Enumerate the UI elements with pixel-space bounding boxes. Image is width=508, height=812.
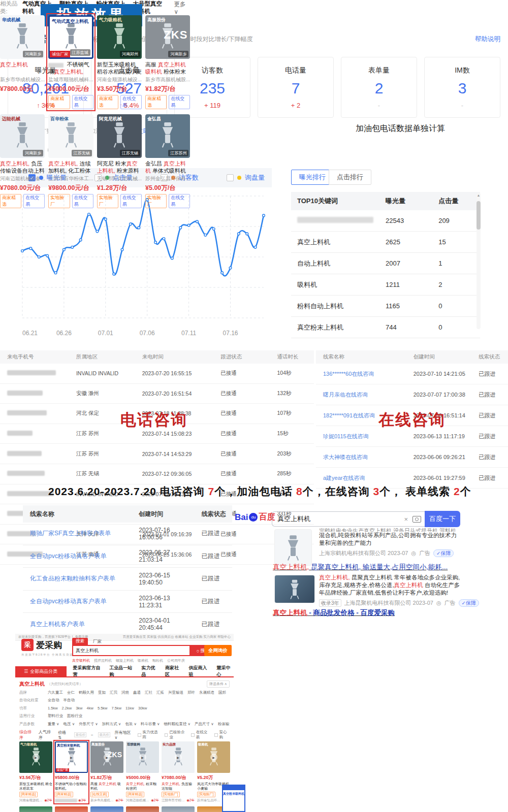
acg-nav-item[interactable]: 爱采购官方自营 bbox=[73, 665, 103, 678]
acg-filter-value[interactable]: 产品尺寸 ∨ bbox=[195, 722, 214, 727]
acg-checkbox[interactable] bbox=[165, 733, 168, 737]
acg-product-card[interactable]: 实力品牌▶¥7080.00/台真空上料机, 负压输送智能系统 无尘环保加料设备[… bbox=[162, 741, 195, 803]
lead-name-link[interactable]: 曙月亲临在线咨询 bbox=[316, 391, 406, 399]
camera-icon[interactable] bbox=[412, 516, 421, 523]
acg-filter-value[interactable]: 鑫通 bbox=[133, 690, 141, 695]
acg-filter-value[interactable]: 面粉行业 bbox=[67, 713, 82, 719]
result2-title-link[interactable]: 真空上料机, 昆聚真空上料机, 输送量大,占用空间小,能耗... bbox=[273, 563, 460, 572]
acg-filter-value[interactable]: 包装 ∨ bbox=[125, 722, 137, 727]
lead-name-link[interactable]: a建year在线咨询 bbox=[316, 474, 406, 482]
acg-hotword[interactable]: 公司周年庆 bbox=[167, 658, 185, 663]
acg-filter-value[interactable]: 粉体输送能力 ∨ bbox=[218, 722, 230, 727]
result2-thumbnail[interactable] bbox=[274, 575, 315, 603]
baidu-search-button[interactable]: 百度一下 bbox=[425, 511, 460, 527]
acg-checkbox[interactable] bbox=[191, 733, 195, 737]
acg-search-input[interactable]: 真空上料机 bbox=[72, 645, 190, 656]
acg-price-min-input[interactable]: 最低价 bbox=[74, 732, 86, 737]
acg-filter-value[interactable]: 3kw bbox=[76, 706, 82, 710]
baidu-product-card[interactable]: 气力吸粮机河南郑州新型玉米吸粮机 稻谷水稻高粱小麦装...河南金顺源机械设...… bbox=[97, 15, 142, 109]
acg-filter-value[interactable]: 亚如 bbox=[98, 690, 106, 695]
baidu-product-card[interactable]: 高服股份ZKS河南新乡高服 真空上料机 吸料机 粉体粉末封...新乡市高服机械股… bbox=[145, 15, 190, 109]
acg-nav-item[interactable]: 慧采中心 bbox=[217, 665, 234, 678]
acg-price-max-input[interactable]: 最高价 bbox=[98, 732, 110, 737]
acg-filter-value[interactable]: 物料颗粒直径 ∨ bbox=[164, 722, 190, 727]
acg-filter-value[interactable]: 料斗容量 ∨ bbox=[141, 722, 160, 727]
acg-nav-item[interactable]: 实力优品 bbox=[142, 665, 159, 678]
acg-tab-search[interactable]: 搜索 bbox=[72, 638, 88, 645]
acg-filter-value[interactable]: 重量 ∨ bbox=[48, 722, 59, 727]
play-icon[interactable]: ▶ bbox=[175, 754, 182, 761]
acg-hotword[interactable]: 搅拌混料机 bbox=[94, 658, 112, 663]
acg-region-select[interactable]: 所有地区 ∨ bbox=[115, 730, 133, 740]
help-link[interactable]: 帮助说明 bbox=[475, 35, 500, 44]
acg-quote-button[interactable]: 全网询价 bbox=[204, 645, 232, 656]
more-link[interactable]: 更多 ∨ bbox=[174, 1, 187, 15]
acg-hotword[interactable]: 螺旋上料机 bbox=[116, 658, 134, 663]
acg-filter-value[interactable]: 润慈 bbox=[121, 690, 129, 695]
play-icon[interactable]: ▶ bbox=[104, 754, 111, 761]
acg-filter-chip[interactable]: 筛选条件 ∧ bbox=[207, 680, 230, 688]
acg-filter-value[interactable]: 30kw bbox=[138, 706, 147, 710]
play-icon[interactable]: ▶ bbox=[33, 754, 40, 761]
acg-filter-value[interactable]: 六久重工 bbox=[48, 690, 63, 695]
play-icon[interactable]: ▶ bbox=[210, 754, 217, 761]
acg-filter-value[interactable]: 永晟精造 bbox=[199, 690, 214, 695]
baidu-product-card[interactable]: 金弘昌江苏苏州金弘昌 真空上料机 单体式吸料机 颗...苏州金弘昌环保科...¥… bbox=[145, 114, 190, 208]
acg-filter-value[interactable]: 全仁 bbox=[67, 690, 75, 695]
lead-name-link[interactable]: 求大神喽在线咨询 bbox=[316, 453, 406, 461]
acg-hotword[interactable]: 真空吸料机 bbox=[72, 658, 90, 663]
lead-form-link[interactable]: 全自动pvc粉移动真客户表单 bbox=[23, 597, 132, 606]
acg-filter-value[interactable]: 2.2kw bbox=[62, 706, 72, 710]
lead-form-link[interactable]: 全自动pvc粉移动真客户表单 bbox=[23, 552, 132, 561]
acg-sort-item[interactable]: 综合排序 bbox=[19, 729, 34, 740]
lead-form-link[interactable]: 化工食品粉末颗粒抽料客户表单 bbox=[23, 574, 132, 583]
acg-filter-value[interactable]: 4kw bbox=[87, 706, 93, 710]
scrollbar[interactable]: ▲ bbox=[477, 193, 481, 329]
baidu-search-input[interactable]: 真空上料机 × bbox=[272, 511, 425, 527]
baidu-product-card[interactable]: 百华粉体江苏无锡真空上料机, 连续加料机, 化工粉体输...江阴市百华粉体工..… bbox=[48, 114, 93, 208]
acg-filter-value[interactable]: 外形尺寸 ∨ bbox=[79, 722, 98, 727]
acg-product-card[interactable]: 真空粉末吸料机诚信厂家▶¥5800.00/台不锈钢气动小型颗粒吸料机,真空上料机… bbox=[55, 741, 88, 803]
acg-all-categories[interactable]: ☰ 全部商品分类 bbox=[15, 666, 67, 676]
acg-filter-value[interactable]: 鹤毅久用 bbox=[79, 690, 94, 695]
play-icon[interactable]: ▶ bbox=[68, 754, 75, 761]
scrollbar-thumb[interactable] bbox=[477, 201, 481, 230]
acg-product-card[interactable]: 高服股份ZKS▶¥1.82万/台高服 真空上料机 吸料机粉体粉末封闭式输送设备[… bbox=[90, 741, 123, 803]
acg-filter-value[interactable]: 塑料行业 bbox=[48, 713, 63, 719]
acg-nav-item[interactable]: 商家社区 bbox=[165, 665, 182, 678]
acg-filter-value[interactable]: 汇社 bbox=[145, 690, 152, 695]
lead-form-link[interactable]: 顺驰厂家SF真空上料客户表单 bbox=[23, 529, 132, 538]
acg-hotword[interactable]: 吸粮机 bbox=[138, 658, 148, 663]
acg-sort-item[interactable]: 人气排序 bbox=[39, 729, 53, 740]
acg-filter-value[interactable]: 1.5kw bbox=[48, 706, 58, 710]
result1-thumbnail[interactable] bbox=[274, 529, 312, 566]
baidu-product-card[interactable]: 迈能机械河南新乡真空上料机, 负压传输设备自动上料系...河南迈能机械设备...… bbox=[0, 114, 45, 208]
acg-filter-value[interactable]: 全自动 bbox=[48, 698, 59, 703]
acg-filter-value[interactable]: 国邦 bbox=[218, 690, 226, 695]
legend-checkbox[interactable] bbox=[227, 174, 234, 181]
acg-filter-value[interactable]: 汇拓 bbox=[156, 690, 164, 695]
acg-product-card[interactable]: 气力吸粮机▶¥3.56万/台新型玉米吸粮机 粮仓水稻装车输送设备 真空上料机 全… bbox=[19, 741, 52, 803]
acg-nav-item[interactable]: 工业品一站购 bbox=[109, 665, 135, 678]
options-icon[interactable]: ◎ bbox=[436, 600, 441, 606]
legend-item-询盘量[interactable]: 询盘量 bbox=[227, 173, 265, 182]
baidu-product-card[interactable]: 华成机械河南新乡真空上料机新乡市华成机械设...¥7800.00元 bbox=[0, 15, 45, 109]
acg-filter-value[interactable]: 加料方式 ∨ bbox=[102, 722, 121, 727]
acg-tab-factory[interactable]: 厂家 bbox=[93, 639, 102, 645]
result3-title-link[interactable]: 真空上料机 - 商品批发价格 - 百度爱采购 bbox=[273, 608, 460, 618]
acg-hotword[interactable]: 颗粒机 bbox=[152, 658, 163, 663]
play-icon[interactable]: ▶ bbox=[139, 754, 146, 761]
clear-icon[interactable]: × bbox=[404, 515, 408, 523]
acg-filter-value[interactable]: 郑叶 bbox=[187, 690, 195, 695]
acg-checkbox[interactable] bbox=[214, 733, 218, 737]
baidu-product-card[interactable]: 气动式真空上料机诚信厂家江苏盐城 不锈钢气动真空上料机, 体...盐城市顺驰机械… bbox=[48, 15, 93, 109]
tab-impression-ranking[interactable]: 曝光排行 bbox=[291, 170, 334, 185]
lead-name-link[interactable]: 136******60在线咨询 bbox=[316, 370, 406, 378]
options-icon[interactable]: ◎ bbox=[411, 550, 416, 557]
lead-name-link[interactable]: 珍妮0115在线咨询 bbox=[316, 433, 406, 440]
lead-form-link[interactable]: 真空上料机客户表单 bbox=[23, 620, 132, 629]
baidu-product-card[interactable]: 阿克尼机械江苏无锡阿克尼 粉末真空上料机, 粉末原料无...无锡市阿克尼机械..… bbox=[97, 114, 142, 208]
acg-product-card[interactable]: 双联吸料▶¥5000.00/台真空上料机, 粉末颗粒密闭上料系统 单机粉料机[商… bbox=[126, 741, 159, 803]
acg-checkbox[interactable] bbox=[138, 733, 141, 737]
acg-filter-value[interactable]: 11kw bbox=[125, 706, 134, 710]
